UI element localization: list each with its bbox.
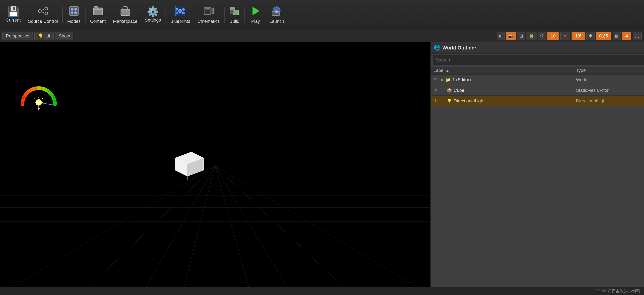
world-icon: 🌐	[434, 44, 440, 51]
toolbar-item-play[interactable]: Play	[245, 0, 266, 30]
play-icon	[250, 6, 261, 18]
svg-line-56	[42, 98, 43, 99]
build-icon	[229, 6, 240, 18]
eye-icon-directional-light[interactable]: 👁	[434, 98, 440, 103]
toolbar-item-blueprints[interactable]: Blueprints	[167, 0, 194, 30]
outliner-search-input[interactable]	[433, 55, 644, 65]
modes-icon	[68, 6, 79, 18]
svg-rect-11	[94, 6, 98, 9]
light-icon: 💡	[447, 98, 452, 104]
settings-label: Settings	[145, 18, 161, 23]
toolbar-item-current[interactable]: 💾 Current	[2, 0, 24, 30]
launch-label: Launch	[269, 19, 284, 24]
svg-rect-29	[204, 10, 210, 14]
eye-icon-cube[interactable]: 👁	[434, 88, 440, 93]
row-label-cube: 📦 Cube	[441, 88, 576, 93]
perspective-button[interactable]: Perspective	[2, 32, 33, 40]
rotate-icon-btn[interactable]: ↺	[538, 32, 546, 40]
svg-point-19	[176, 12, 178, 14]
center-cube	[169, 146, 210, 182]
toolbar-divider-2	[85, 7, 86, 23]
toolbar-item-content[interactable]: Content	[86, 0, 109, 30]
svg-point-17	[176, 8, 178, 10]
svg-point-9	[74, 12, 77, 14]
source-control-label: Source Control	[28, 19, 58, 24]
grid-size-btn[interactable]: 10	[547, 32, 559, 40]
toolbar-item-launch[interactable]: Launch	[266, 0, 288, 30]
outliner-title: World Outliner	[442, 45, 476, 51]
translate-icon-btn[interactable]: ⊕	[496, 32, 505, 40]
view-num-btn[interactable]: 4	[622, 32, 632, 40]
launch-icon	[272, 6, 282, 18]
grid-icon-btn[interactable]: ⊞	[517, 32, 525, 40]
angle-value-btn[interactable]: 10°	[572, 32, 585, 40]
marketplace-icon	[120, 6, 130, 18]
svg-point-16	[178, 9, 182, 12]
svg-point-18	[182, 8, 184, 10]
svg-point-2	[45, 12, 48, 15]
toolbar-item-modes[interactable]: Modes	[64, 0, 84, 30]
svg-line-52	[215, 166, 430, 295]
blueprints-label: Blueprints	[170, 19, 190, 24]
show-button[interactable]: Show	[55, 32, 73, 40]
viewport-right-controls: ⊕ 📷 ⊞ 🔒 ↺ 10 🔻 10° ✥ 0.25 ⊠ 4 ⛶	[496, 32, 642, 40]
toolbar-divider-5	[244, 7, 244, 23]
row-label-directional-light: 💡 DirectionalLight	[441, 98, 576, 104]
editor-folder-icon: 📂	[446, 77, 451, 82]
lit-button[interactable]: 💡 Lit	[34, 32, 54, 40]
outliner-row-directional-light[interactable]: 👁 💡 DirectionalLight DirectionalLight	[430, 96, 644, 106]
eye-icon-editor[interactable]: 👁	[434, 77, 440, 82]
camera-icon-btn[interactable]: 📷	[506, 32, 516, 40]
outliner-col-label-header: Label ▲	[434, 68, 576, 73]
outliner-row-editor[interactable]: 👁 ▶ 📂 1 (Editor) World	[430, 74, 644, 85]
toolbar-item-settings[interactable]: ⚙️ Settings	[141, 0, 165, 30]
svg-rect-31	[234, 10, 238, 15]
svg-line-45	[81, 166, 215, 295]
snap-icon-btn[interactable]: 🔒	[526, 32, 536, 40]
svg-point-14	[126, 11, 128, 12]
svg-marker-26	[211, 8, 214, 14]
maximize-btn[interactable]: ⛶	[632, 32, 642, 40]
svg-line-57	[34, 98, 35, 99]
build-label: Build	[230, 19, 240, 24]
watermark-text: CSDN @弹吉他的小刘鸭	[594, 288, 640, 294]
toolbar-item-source-control[interactable]: Source Control	[24, 0, 62, 30]
svg-line-47	[182, 166, 215, 295]
svg-point-6	[71, 8, 74, 10]
viewport-3d[interactable]: x	[0, 42, 430, 295]
svg-rect-27	[204, 8, 206, 9]
toolbar-item-marketplace[interactable]: Marketplace	[109, 0, 141, 30]
svg-point-0	[38, 10, 41, 12]
toolbar-item-cinematics[interactable]: Cinematics	[194, 0, 223, 30]
row-type-directional-light: DirectionalLight	[576, 98, 641, 104]
main-toolbar: 💾 Current Source Control	[0, 0, 644, 30]
source-control-icon	[38, 6, 48, 18]
viewport-grid	[0, 156, 430, 295]
svg-point-8	[71, 12, 74, 14]
svg-point-13	[123, 11, 124, 12]
svg-point-35	[276, 10, 278, 13]
view-type-btn[interactable]: ⊠	[613, 32, 621, 40]
svg-line-50	[215, 166, 292, 295]
row-type-cube: StaticMeshActor	[576, 88, 641, 93]
outliner-header: 🌐 World Outliner	[430, 42, 644, 54]
outliner-col-type-header: Type	[576, 68, 641, 73]
world-outliner-panel: 🌐 World Outliner Label ▲ Type 👁 ▶ 📂 1 (E…	[430, 42, 644, 295]
svg-line-49	[215, 166, 251, 295]
svg-line-4	[41, 12, 45, 13]
cinematics-icon	[204, 6, 214, 18]
scale-icon-btn[interactable]: ✥	[586, 32, 594, 40]
marketplace-label: Marketplace	[113, 19, 138, 24]
main-area: x 🌐 World Outliner Label ▲ Type 👁 ▶ 📂 1 …	[0, 42, 644, 295]
toolbar-item-build[interactable]: Build	[226, 0, 243, 30]
svg-line-51	[215, 166, 352, 295]
cinematics-label: Cinematics	[198, 19, 220, 24]
scale-value-btn[interactable]: 0.25	[596, 32, 612, 40]
cube-mesh-icon: 📦	[447, 88, 452, 93]
sort-arrow-icon: ▲	[446, 68, 449, 73]
svg-rect-12	[121, 9, 130, 16]
svg-marker-61	[38, 108, 40, 110]
svg-point-1	[45, 7, 48, 10]
angle-icon-btn[interactable]: 🔻	[560, 32, 570, 40]
outliner-row-cube[interactable]: 👁 📦 Cube StaticMeshActor	[430, 85, 644, 96]
